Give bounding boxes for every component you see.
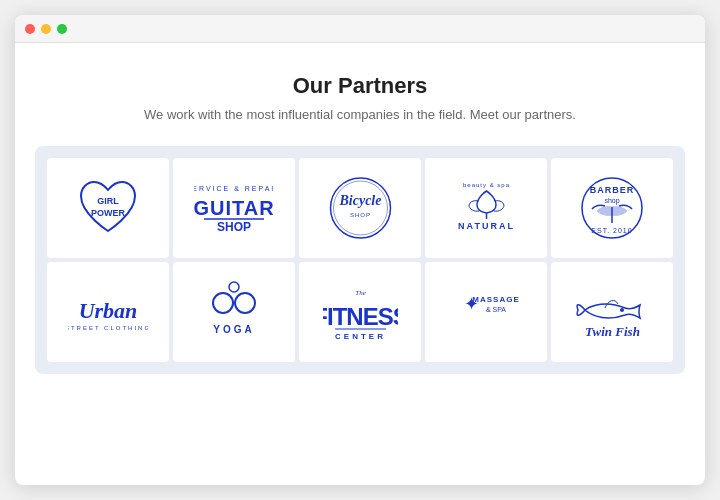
svg-text:CENTER: CENTER [335,332,386,341]
partner-cell-fitness-center: The FITNESS CENTER [299,262,421,362]
svg-text:YOGA: YOGA [213,324,254,335]
logo-fitness: The FITNESS CENTER [309,272,411,352]
logo-natural: beauty & spa NATURAL [435,168,537,248]
title-bar [15,15,705,43]
svg-text:MASSAGE: MASSAGE [472,295,519,304]
partner-cell-girl-power: GIRL POWER [47,158,169,258]
window-close-dot[interactable] [25,24,35,34]
svg-text:GIRL: GIRL [97,196,119,206]
svg-text:NATURAL: NATURAL [458,221,515,231]
svg-point-19 [213,293,233,313]
partner-cell-massage-spa: ✦ MASSAGE & SPA [425,262,547,362]
svg-point-7 [333,181,387,235]
svg-text:Urban: Urban [79,298,138,323]
logo-barber: BARBER shop EST. 2010 [561,168,663,248]
partner-cell-twin-fish: Twin Fish [551,262,673,362]
svg-text:GUITAR: GUITAR [194,197,274,219]
svg-text:& SPA: & SPA [486,306,506,313]
svg-text:beauty & spa: beauty & spa [462,182,509,188]
partners-grid: GIRL POWER SERVICE & REPAIR GUITAR SHOP [47,158,673,362]
partner-cell-urban: Urban STREET CLOTHING [47,262,169,362]
partner-cell-barber-shop: BARBER shop EST. 2010 [551,158,673,258]
window-maximize-dot[interactable] [57,24,67,34]
app-window: Our Partners We work with the most influ… [15,15,705,485]
svg-text:STREET CLOTHING: STREET CLOTHING [68,325,148,331]
svg-point-21 [229,282,239,292]
svg-text:POWER: POWER [91,208,126,218]
partners-grid-wrapper: GIRL POWER SERVICE & REPAIR GUITAR SHOP [35,146,685,374]
window-minimize-dot[interactable] [41,24,51,34]
svg-point-30 [620,308,624,312]
section-title: Our Partners [293,73,428,99]
svg-text:SERVICE & REPAIR: SERVICE & REPAIR [194,185,274,192]
svg-text:BARBER: BARBER [590,185,635,195]
svg-text:SHOP: SHOP [217,220,251,234]
page-content: Our Partners We work with the most influ… [15,43,705,485]
partner-cell-yoga: YOGA [173,262,295,362]
logo-yoga: YOGA [183,272,285,352]
logo-massage: ✦ MASSAGE & SPA [435,272,537,352]
svg-point-6 [330,178,390,238]
logo-guitar-shop: SERVICE & REPAIR GUITAR SHOP [183,168,285,248]
logo-bicycle: Bicycle SHOP [309,168,411,248]
partner-cell-natural: beauty & spa NATURAL [425,158,547,258]
logo-twin-fish: Twin Fish [561,272,663,352]
svg-text:The: The [355,289,366,297]
svg-text:FITNESS: FITNESS [323,303,398,330]
svg-text:SHOP: SHOP [349,212,370,218]
partner-cell-bicycle: Bicycle SHOP [299,158,421,258]
svg-text:shop: shop [604,197,619,205]
svg-point-20 [235,293,255,313]
logo-urban: Urban STREET CLOTHING [57,272,159,352]
section-subtitle: We work with the most influential compan… [144,107,576,122]
svg-text:EST. 2010: EST. 2010 [591,227,632,234]
partner-cell-guitar-shop: SERVICE & REPAIR GUITAR SHOP [173,158,295,258]
logo-girl-power: GIRL POWER [57,168,159,248]
svg-text:Bicycle: Bicycle [338,193,381,208]
svg-text:Twin Fish: Twin Fish [585,324,640,339]
